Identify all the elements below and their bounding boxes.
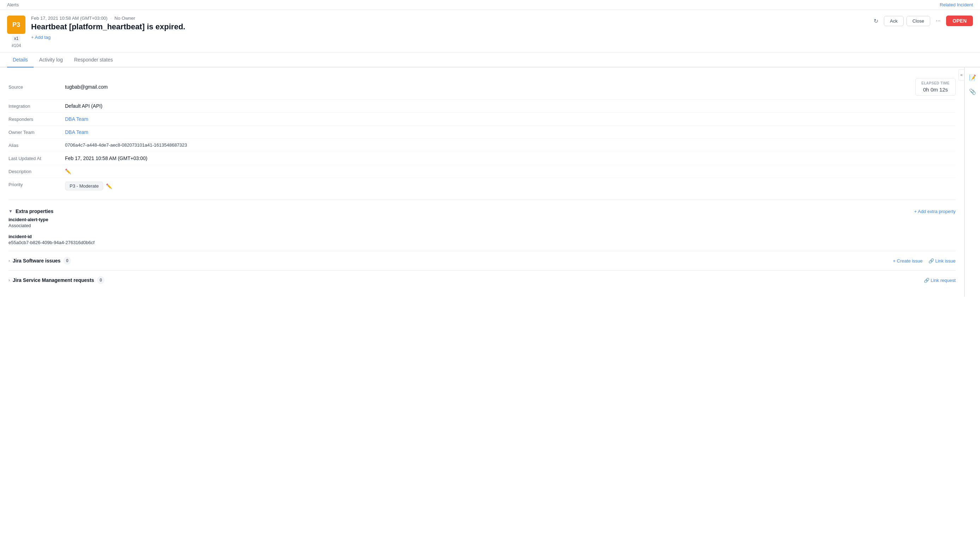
alert-timestamp: Feb 17, 2021 10:58 AM (GMT+03:00)	[31, 16, 107, 21]
jira-service-toggle[interactable]: › Jira Service Management requests 0	[8, 276, 105, 284]
create-issue-button[interactable]: + Create issue	[893, 258, 923, 264]
extra-props-toggle[interactable]: ▼ Extra properties	[8, 208, 53, 214]
jira-software-count: 0	[63, 257, 71, 265]
tab-details[interactable]: Details	[7, 53, 33, 67]
extra-props-header: ▼ Extra properties + Add extra property	[8, 205, 956, 217]
responders-value[interactable]: DBA Team	[65, 116, 956, 122]
breadcrumb: Alerts	[7, 2, 19, 8]
refresh-button[interactable]: ↻	[871, 16, 881, 26]
extra-props-title: Extra properties	[16, 208, 53, 214]
dot-separator: ·	[110, 16, 111, 21]
paperclip-icon: 📎	[969, 88, 976, 95]
jira-chevron-icon: ›	[8, 258, 10, 263]
alert-header: P3 x1 #104 Feb 17, 2021 10:58 AM (GMT+03…	[0, 10, 980, 53]
elapsed-time-label: ELAPSED TIME	[921, 81, 950, 85]
extra-prop-item-1: incident-id e55a0cb7-b826-409b-94a4-2763…	[8, 234, 956, 245]
chevron-down-icon: ▼	[8, 209, 13, 214]
jira-software-section: › Jira Software issues 0 + Create issue …	[8, 251, 956, 270]
paperclip-icon-button[interactable]: 📎	[967, 86, 978, 97]
alert-id: #104	[12, 43, 21, 48]
elapsed-seconds: 12s	[939, 87, 948, 92]
header-actions: ↻ Ack Close ··· OPEN	[871, 16, 973, 26]
alert-count: x1	[12, 35, 21, 42]
prop-key-0: incident-alert-type	[8, 217, 956, 222]
elapsed-time-box: ELAPSED TIME 0h 0m 12s	[915, 78, 956, 96]
owner-team-label: Owner Team	[8, 129, 65, 135]
ack-button[interactable]: Ack	[884, 16, 904, 26]
top-bar: Alerts Related Incident	[0, 0, 980, 10]
source-value: tugbab@gmail.com	[65, 84, 915, 90]
integration-label: Integration	[8, 103, 65, 109]
add-tag-button[interactable]: + Add tag	[31, 35, 51, 40]
extra-prop-item-0: incident-alert-type Associated	[8, 217, 956, 228]
collapse-panel-arrow[interactable]: «	[958, 69, 964, 81]
detail-rows: Source tugbab@gmail.com ELAPSED TIME 0h …	[8, 75, 956, 194]
priority-badge-col: P3 x1 #104	[7, 16, 25, 48]
detail-row-priority: Priority P3 - Moderate ✏️	[8, 178, 956, 194]
jira-software-toggle[interactable]: › Jira Software issues 0	[8, 257, 71, 265]
alert-title: Heartbeat [platform_heartbeat] is expire…	[31, 22, 973, 32]
alert-owner: No Owner	[115, 16, 135, 21]
jira-software-actions: + Create issue 🔗 Link issue	[893, 258, 956, 264]
integration-value: Default API (API)	[65, 103, 956, 109]
alias-label: Alias	[8, 142, 65, 148]
jira-service-header: › Jira Service Management requests 0 🔗 L…	[8, 276, 956, 284]
extra-properties-section: ▼ Extra properties + Add extra property …	[8, 205, 956, 245]
alert-time-row: Feb 17, 2021 10:58 AM (GMT+03:00) · No O…	[31, 16, 973, 21]
details-panel: Source tugbab@gmail.com ELAPSED TIME 0h …	[0, 67, 964, 297]
jira-software-title: Jira Software issues	[13, 258, 60, 264]
prop-val-0: Associated	[8, 223, 956, 228]
priority-label: Priority	[8, 181, 65, 187]
tab-responder-states[interactable]: Responder states	[68, 53, 119, 67]
detail-row-owner-team: Owner Team DBA Team	[8, 126, 956, 139]
jira-service-chevron-icon: ›	[8, 278, 10, 283]
priority-pill: P3 - Moderate ✏️	[65, 181, 112, 190]
section-divider	[8, 200, 956, 200]
jira-service-title: Jira Service Management requests	[13, 277, 94, 283]
last-updated-value: Feb 17, 2021 10:58 AM (GMT+03:00)	[65, 156, 956, 161]
elapsed-time-value: 0h 0m 12s	[921, 87, 950, 92]
priority-edit-icon[interactable]: ✏️	[106, 183, 112, 189]
priority-value: P3 - Moderate	[65, 181, 103, 190]
detail-row-alias: Alias 0706a4c7-a448-4de7-aec8-082073101a…	[8, 139, 956, 152]
alert-meta: Feb 17, 2021 10:58 AM (GMT+03:00) · No O…	[31, 16, 973, 40]
notes-icon: 📝	[969, 74, 976, 81]
notes-icon-button[interactable]: 📝	[967, 72, 978, 83]
link-issue-button[interactable]: 🔗 Link issue	[928, 258, 956, 264]
detail-row-responders: Responders DBA Team	[8, 113, 956, 126]
prop-key-1: incident-id	[8, 234, 956, 239]
alias-value: 0706a4c7-a448-4de7-aec8-082073101a41-161…	[65, 142, 956, 148]
detail-row-last-updated: Last Updated At Feb 17, 2021 10:58 AM (G…	[8, 152, 956, 165]
responders-label: Responders	[8, 116, 65, 122]
detail-row-integration: Integration Default API (API)	[8, 100, 956, 113]
tabs-bar: Details Activity log Responder states	[0, 53, 980, 67]
detail-row-description: Description ✏️	[8, 165, 956, 178]
related-incident-link[interactable]: Related Incident	[940, 2, 973, 8]
add-extra-property-button[interactable]: + Add extra property	[914, 209, 956, 214]
jira-software-header: › Jira Software issues 0 + Create issue …	[8, 257, 956, 265]
description-edit-icon[interactable]: ✏️	[65, 169, 71, 174]
priority-badge: P3	[7, 16, 25, 34]
more-button[interactable]: ···	[933, 16, 943, 25]
elapsed-hours: 0h	[923, 87, 929, 92]
right-icons-panel: 📝 📎	[964, 67, 980, 297]
owner-team-value[interactable]: DBA Team	[65, 129, 956, 135]
close-button[interactable]: Close	[907, 16, 930, 26]
description-label: Description	[8, 169, 65, 174]
source-label: Source	[8, 84, 65, 90]
tab-activity-log[interactable]: Activity log	[33, 53, 68, 67]
prop-val-1: e55a0cb7-b826-409b-94a4-276316d0b6cf	[8, 240, 956, 245]
elapsed-minutes: 0m	[931, 87, 938, 92]
last-updated-label: Last Updated At	[8, 156, 65, 161]
link-request-button[interactable]: 🔗 Link request	[924, 278, 956, 283]
jira-service-count: 0	[97, 276, 105, 284]
detail-row-source: Source tugbab@gmail.com ELAPSED TIME 0h …	[8, 75, 956, 100]
jira-service-actions: 🔗 Link request	[924, 278, 956, 283]
open-status-badge: OPEN	[946, 16, 973, 26]
main-content: Source tugbab@gmail.com ELAPSED TIME 0h …	[0, 67, 980, 297]
jira-service-section: › Jira Service Management requests 0 🔗 L…	[8, 270, 956, 290]
